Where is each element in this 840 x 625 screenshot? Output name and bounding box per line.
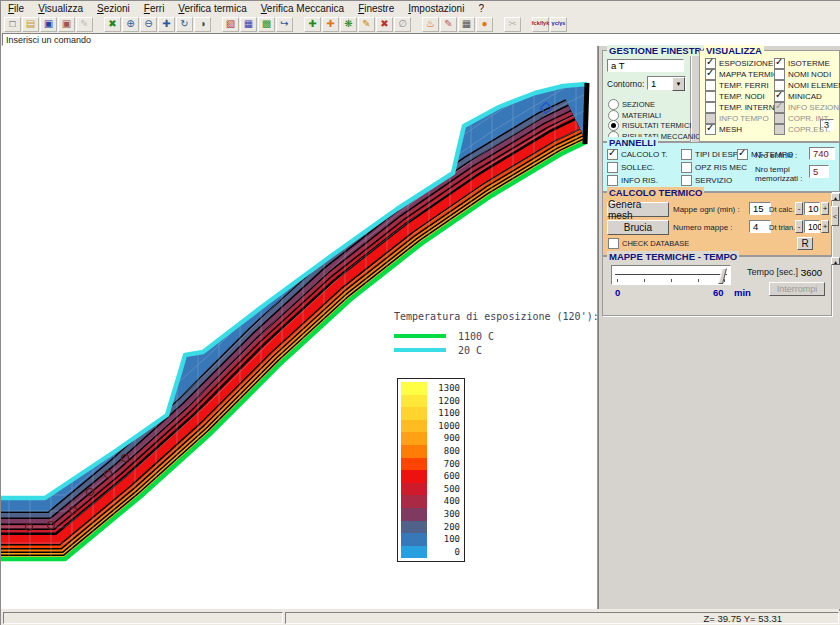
dt-calc-field[interactable]: 10 — [804, 202, 820, 215]
checkbox-box-info-ris[interactable] — [607, 175, 618, 186]
checkbox-box-isoterme[interactable] — [774, 58, 785, 69]
dt-trian-field[interactable]: 100 — [804, 220, 820, 233]
node-edit-button[interactable]: ✎ — [358, 17, 375, 32]
radio-dot-risultati-termici[interactable] — [608, 120, 619, 131]
thermal-table-button[interactable]: ▦ — [458, 17, 475, 32]
safety-factors-button[interactable]: γc/γs — [550, 17, 567, 32]
mappe-ogni-field[interactable]: 15 — [749, 202, 771, 215]
open-folder-button[interactable]: ▤ — [22, 17, 39, 32]
menu-item-ferri[interactable]: Ferri — [137, 3, 172, 14]
thermal-fire-button[interactable]: ♨ — [422, 17, 439, 32]
radio-sezione[interactable]: SEZIONE — [608, 99, 655, 110]
checkbox-box-mt-tempo[interactable] — [737, 149, 748, 160]
checkbox-nomi-elementi[interactable]: NOMI ELEMENTI — [774, 80, 840, 91]
checkbox-servizio[interactable]: SERVIZIO — [681, 175, 732, 186]
checkbox-esposizione[interactable]: ESPOSIZIONE — [705, 58, 773, 69]
checkbox-box-mappa-termica[interactable] — [705, 69, 716, 80]
delete-elements-button[interactable]: ✖ — [104, 17, 121, 32]
section-export-button[interactable]: ↪ — [276, 17, 293, 32]
checkbox-copr-int[interactable]: COPR. INT. — [774, 113, 830, 124]
checkbox-box-servizio[interactable] — [681, 175, 692, 186]
checkbox-box-temp-nodi[interactable] — [705, 91, 716, 102]
thermal-check-button[interactable]: ✎ — [440, 17, 457, 32]
checkbox-box-copr-int[interactable] — [774, 113, 785, 124]
section-mesh-button[interactable]: ▦ — [240, 17, 257, 32]
section-zones-button[interactable]: ▩ — [258, 17, 275, 32]
concrete-strength-button[interactable]: fck/fyk — [532, 17, 549, 32]
edit-sheet-button[interactable]: ✎ — [76, 17, 93, 32]
menu-item-verifica-meccanica[interactable]: Verifica Meccanica — [254, 3, 351, 14]
checkbox-box-sollec[interactable] — [607, 162, 618, 173]
checkbox-temp-interne[interactable]: TEMP. INTERNE — [705, 102, 780, 113]
menu-item-verifica-termica[interactable]: Verifica termica — [171, 3, 253, 14]
checkbox-box-mesh[interactable] — [705, 124, 716, 135]
checkbox-temp-nodi[interactable]: TEMP. NODI — [705, 91, 765, 102]
drawing-area[interactable]: Temperatura di esposizione (120'): 1100 … — [1, 46, 598, 609]
checkbox-box-temp-interne[interactable] — [705, 102, 716, 113]
checkbox-copr-est[interactable]: COPR.EST. — [774, 124, 830, 135]
zoom-in-button[interactable]: ⊕ — [122, 17, 139, 32]
check-database-checkbox[interactable]: CHECK DATABASE — [608, 238, 689, 249]
checkbox-box-copr-est[interactable] — [774, 124, 785, 135]
checkbox-opz-ris-mec[interactable]: OPZ RIS MEC — [681, 162, 747, 173]
nro-tempi-field[interactable]: 5 — [809, 165, 829, 178]
calcolo-side-button[interactable]: < — [831, 206, 839, 226]
radio-materiali[interactable]: MATERIALI — [608, 110, 661, 121]
section-outline-button[interactable]: ▧ — [222, 17, 239, 32]
checkbox-box-calcolo-t[interactable] — [607, 149, 618, 160]
menu-item-finestre[interactable]: Finestre — [351, 3, 401, 14]
menu-item-file[interactable]: File — [1, 3, 31, 14]
radio-dot-sezione[interactable] — [608, 99, 619, 110]
slider-handle[interactable] — [718, 268, 727, 284]
dt-trian-minus-button[interactable]: - — [795, 220, 803, 233]
zoom-out-button[interactable]: ⊖ — [140, 17, 157, 32]
checkbox-info-tempo[interactable]: INFO TEMPO — [705, 113, 769, 124]
radio-risultati-termici[interactable]: RISULTATI TERMICI — [608, 120, 691, 131]
node-mesh-button[interactable]: ❋ — [340, 17, 357, 32]
cut-section-button[interactable]: ✂ — [504, 17, 521, 32]
numero-mappe-field[interactable]: 4 — [749, 220, 771, 233]
checkbox-nomi-nodi[interactable]: NOMI NODI — [774, 69, 831, 80]
checkbox-tipi-di-esp[interactable]: TIPI DI ESP. — [681, 149, 739, 160]
checkbox-box-info-sezione[interactable] — [774, 102, 785, 113]
check-database-box[interactable] — [608, 238, 619, 249]
node-pattern-button[interactable]: ✚ — [322, 17, 339, 32]
mappe-collapse-button[interactable]: ▴ — [831, 257, 840, 265]
checkbox-isoterme[interactable]: ISOTERME — [774, 58, 830, 69]
genera-mesh-button[interactable]: Genera mesh — [607, 202, 669, 217]
shade-view-button[interactable]: ◑ — [194, 17, 211, 32]
checkbox-info-ris[interactable]: INFO RIS. — [607, 175, 658, 186]
time-slider[interactable] — [611, 265, 731, 285]
node-props-button[interactable]: ∅ — [394, 17, 411, 32]
node-delete-button[interactable]: ✖ — [376, 17, 393, 32]
checkbox-info-sezione[interactable]: INFO SEZIONE — [774, 102, 840, 113]
checkbox-temp-ferri[interactable]: TEMP. FERRI — [705, 80, 769, 91]
dt-calc-plus-button[interactable]: + — [821, 202, 829, 215]
checkbox-box-opz-ris-mec[interactable] — [681, 162, 692, 173]
new-file-button[interactable]: □ — [4, 17, 21, 32]
save-button[interactable]: ▣ — [40, 17, 57, 32]
radio-dot-materiali[interactable] — [608, 110, 619, 121]
checkbox-calcolo-t[interactable]: CALCOLO T. — [607, 149, 668, 160]
pan-button[interactable]: ✚ — [158, 17, 175, 32]
checkbox-box-tipi-di-esp[interactable] — [681, 149, 692, 160]
nro-el-finiti-field[interactable]: 740 — [809, 147, 835, 160]
menu-item-help[interactable]: ? — [471, 3, 491, 14]
checkbox-sollec[interactable]: SOLLEC. — [607, 162, 655, 173]
menu-item-impostazioni[interactable]: Impostazioni — [401, 3, 471, 14]
menu-item-visualizza[interactable]: Visualizza — [31, 3, 90, 14]
checkbox-box-nomi-nodi[interactable] — [774, 69, 785, 80]
checkbox-mappa-termica[interactable]: MAPPA TERMICA — [705, 69, 784, 80]
checkbox-mt-tempo[interactable]: MT-TEMPO — [737, 149, 793, 160]
r-button[interactable]: R — [797, 237, 813, 250]
menu-item-sezioni[interactable]: Sezioni — [90, 3, 137, 14]
interrompi-button[interactable]: Interrompi — [769, 282, 825, 296]
calcolo-collapse-button[interactable]: ▴ — [831, 193, 840, 201]
refresh-view-button[interactable]: ↻ — [176, 17, 193, 32]
save-report-button[interactable]: ▣ — [58, 17, 75, 32]
checkbox-box-temp-ferri[interactable] — [705, 80, 716, 91]
checkbox-mesh[interactable]: MESH — [705, 124, 742, 135]
dt-trian-plus-button[interactable]: + — [821, 220, 829, 233]
node-add-button[interactable]: ✚ — [304, 17, 321, 32]
brucia-button[interactable]: Brucia — [607, 220, 669, 235]
